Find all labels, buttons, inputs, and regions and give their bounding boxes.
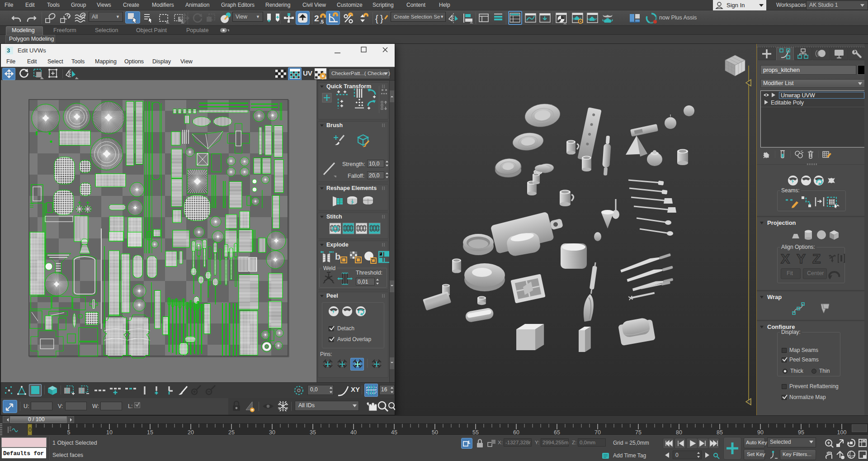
svg-text:85: 85 [717,429,723,436]
svg-text:75: 75 [635,429,642,436]
svg-text:100: 100 [837,429,847,436]
svg-text:40: 40 [350,429,357,436]
svg-text:b: b [335,252,340,261]
svg-text:10: 10 [106,429,113,436]
svg-text:30: 30 [269,429,275,436]
svg-text:60: 60 [513,429,519,436]
svg-text:95: 95 [798,429,804,436]
svg-text:2: 2 [314,14,319,23]
svg-text:65: 65 [554,429,560,436]
svg-text:15: 15 [147,429,153,436]
svg-text:{: { [375,14,378,24]
svg-text:90: 90 [757,429,764,436]
svg-text:5: 5 [67,429,71,436]
svg-text:70: 70 [594,429,601,436]
svg-text:80: 80 [676,429,682,436]
svg-text:35: 35 [310,429,316,436]
svg-text:}: } [380,14,383,24]
svg-text:.5: .5 [320,19,324,24]
svg-text:55: 55 [472,429,479,436]
svg-text:25: 25 [228,429,235,436]
svg-text:45: 45 [391,429,397,436]
svg-text:20: 20 [188,429,194,436]
svg-text:50: 50 [432,429,438,436]
